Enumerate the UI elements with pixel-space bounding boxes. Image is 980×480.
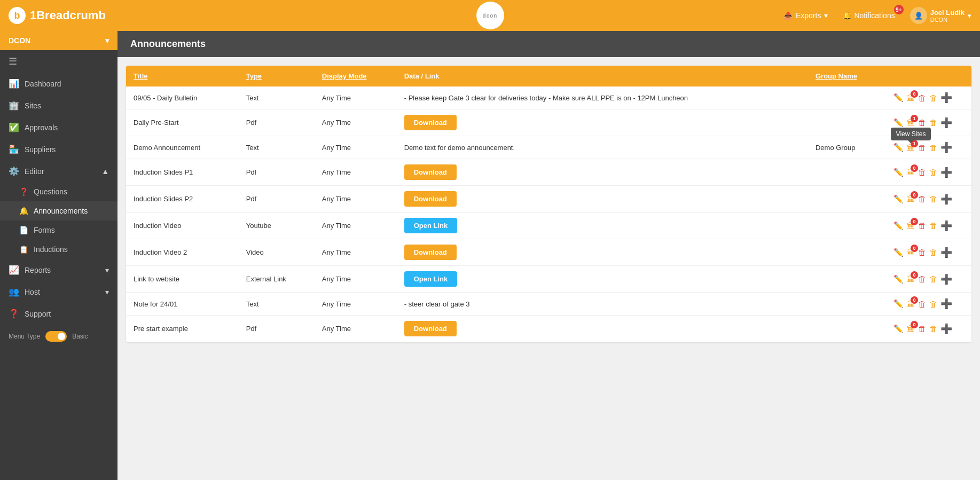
add-icon[interactable]: ➕ xyxy=(940,167,952,178)
archive-icon[interactable]: 🗑 xyxy=(929,300,937,309)
col-header-type[interactable]: Type xyxy=(239,66,315,86)
sidebar-item-approvals[interactable]: ✅ Approvals xyxy=(0,116,117,138)
edit-icon[interactable]: ✏️ xyxy=(893,299,904,309)
building-icon-wrap[interactable]: 🏛1View Sites xyxy=(907,143,915,152)
sidebar-item-announcements[interactable]: 🔔 Announcements xyxy=(0,201,117,221)
export-icon: 📤 xyxy=(783,11,793,20)
cell-actions: ✏️🏛0🗑🗑➕ xyxy=(886,186,971,213)
forms-icon: 📄 xyxy=(19,226,28,234)
dashboard-icon: 📊 xyxy=(9,78,19,89)
action-icons-group: ✏️🏛0🗑🗑➕ xyxy=(893,323,964,335)
cell-title: Link to website xyxy=(126,266,239,293)
delete-icon[interactable]: 🗑 xyxy=(918,118,926,127)
delete-icon[interactable]: 🗑 xyxy=(918,300,926,309)
building-icon-wrap[interactable]: 🏛0 xyxy=(907,194,915,203)
edit-icon[interactable]: ✏️ xyxy=(893,118,904,128)
archive-icon[interactable]: 🗑 xyxy=(929,118,937,127)
cell-title: 09/05 - Daily Bulletin xyxy=(126,86,239,109)
delete-icon[interactable]: 🗑 xyxy=(918,143,926,152)
download-button[interactable]: Download xyxy=(404,321,457,336)
add-icon[interactable]: ➕ xyxy=(940,193,952,205)
col-header-title[interactable]: Title xyxy=(126,66,239,86)
delete-icon[interactable]: 🗑 xyxy=(918,168,926,177)
menu-toggle[interactable]: ☰ xyxy=(0,50,117,73)
add-icon[interactable]: ➕ xyxy=(940,220,952,232)
cell-group-name xyxy=(808,109,886,136)
menu-type-toggle[interactable] xyxy=(45,331,67,342)
col-header-group-name[interactable]: Group Name xyxy=(808,66,886,86)
action-icons-group: ✏️🏛0🗑🗑➕ xyxy=(893,193,964,205)
delete-icon[interactable]: 🗑 xyxy=(918,324,926,333)
add-icon[interactable]: ➕ xyxy=(940,273,952,285)
building-icon-wrap[interactable]: 🏛0 xyxy=(907,300,915,309)
sidebar-item-editor[interactable]: ⚙️ Editor ▲ xyxy=(0,160,117,182)
add-icon[interactable]: ➕ xyxy=(940,247,952,258)
building-icon-wrap[interactable]: 🏛0 xyxy=(907,221,915,230)
add-icon[interactable]: ➕ xyxy=(940,117,952,129)
archive-icon[interactable]: 🗑 xyxy=(929,168,937,177)
exports-dropdown-icon: ▾ xyxy=(824,11,828,20)
action-icons-group: ✏️🏛1View Sites🗑🗑➕ xyxy=(893,141,964,153)
brand-name: 1Breadcrumb xyxy=(30,9,106,22)
sidebar-item-support[interactable]: ❓ Support xyxy=(0,303,117,325)
top-navigation: b 1Breadcrumb dcon 📤 Exports ▾ 🔔 Notific… xyxy=(0,0,980,31)
action-icons-group: ✏️🏛0🗑🗑➕ xyxy=(893,92,964,104)
archive-icon[interactable]: 🗑 xyxy=(929,324,937,333)
building-icon-wrap[interactable]: 🏛0 xyxy=(907,168,915,177)
sidebar-item-dashboard[interactable]: 📊 Dashboard xyxy=(0,73,117,95)
sidebar-item-questions[interactable]: ❓ Questions xyxy=(0,182,117,201)
archive-icon[interactable]: 🗑 xyxy=(929,93,937,103)
edit-icon[interactable]: ✏️ xyxy=(893,248,904,257)
download-button[interactable]: Download xyxy=(404,164,457,180)
add-icon[interactable]: ➕ xyxy=(940,323,952,335)
org-selector[interactable]: DCON ▾ xyxy=(0,31,117,50)
top-nav-actions: 📤 Exports ▾ 🔔 Notifications 9+ 👤 Joel Lu… xyxy=(783,7,971,24)
add-icon[interactable]: ➕ xyxy=(940,141,952,153)
col-header-display-mode[interactable]: Display Mode xyxy=(315,66,397,86)
cell-type: Pdf xyxy=(239,186,315,213)
sidebar-item-reports[interactable]: 📈 Reports ▾ xyxy=(0,259,117,281)
building-badge: 0 xyxy=(911,218,918,225)
building-icon-wrap[interactable]: 🏛0 xyxy=(907,248,915,257)
cell-actions: ✏️🏛0🗑🗑➕ xyxy=(886,213,971,239)
download-button[interactable]: Download xyxy=(404,245,457,260)
delete-icon[interactable]: 🗑 xyxy=(918,93,926,103)
archive-icon[interactable]: 🗑 xyxy=(929,221,937,230)
sidebar-item-suppliers[interactable]: 🏪 Suppliers xyxy=(0,138,117,160)
edit-icon[interactable]: ✏️ xyxy=(893,168,904,177)
delete-icon[interactable]: 🗑 xyxy=(918,194,926,203)
user-menu[interactable]: 👤 Joel Ludik DCON ▾ xyxy=(910,7,971,24)
building-icon-wrap[interactable]: 🏛1 xyxy=(907,118,915,127)
delete-icon[interactable]: 🗑 xyxy=(918,274,926,284)
open-link-button[interactable]: Open Link xyxy=(404,218,458,233)
sidebar-item-forms[interactable]: 📄 Forms xyxy=(0,221,117,240)
notifications-button[interactable]: 🔔 Notifications 9+ xyxy=(838,9,899,22)
logo-icon: b xyxy=(9,7,26,24)
sidebar-item-sites[interactable]: 🏢 Sites xyxy=(0,95,117,116)
edit-icon[interactable]: ✏️ xyxy=(893,324,904,334)
edit-icon[interactable]: ✏️ xyxy=(893,274,904,284)
add-icon[interactable]: ➕ xyxy=(940,298,952,310)
sidebar-item-inductions[interactable]: 📋 Inductions xyxy=(0,240,117,259)
building-icon-wrap[interactable]: 🏛0 xyxy=(907,324,915,333)
open-link-button[interactable]: Open Link xyxy=(404,271,458,287)
download-button[interactable]: Download xyxy=(404,191,457,207)
cell-actions: ✏️🏛1View Sites🗑🗑➕ xyxy=(886,136,971,159)
edit-icon[interactable]: ✏️ xyxy=(893,194,904,204)
delete-icon[interactable]: 🗑 xyxy=(918,221,926,230)
delete-icon[interactable]: 🗑 xyxy=(918,248,926,257)
archive-icon[interactable]: 🗑 xyxy=(929,248,937,257)
edit-icon[interactable]: ✏️ xyxy=(893,221,904,231)
archive-icon[interactable]: 🗑 xyxy=(929,194,937,203)
edit-icon[interactable]: ✏️ xyxy=(893,93,904,103)
building-icon-wrap[interactable]: 🏛0 xyxy=(907,274,915,284)
building-icon-wrap[interactable]: 🏛0 xyxy=(907,93,915,103)
download-button[interactable]: Download xyxy=(404,115,457,130)
edit-icon[interactable]: ✏️ xyxy=(893,143,904,152)
cell-type: Pdf xyxy=(239,159,315,186)
add-icon[interactable]: ➕ xyxy=(940,92,952,104)
sidebar-item-host[interactable]: 👥 Host ▾ xyxy=(0,281,117,303)
archive-icon[interactable]: 🗑 xyxy=(929,143,937,152)
archive-icon[interactable]: 🗑 xyxy=(929,274,937,284)
exports-button[interactable]: 📤 Exports ▾ xyxy=(783,11,828,20)
